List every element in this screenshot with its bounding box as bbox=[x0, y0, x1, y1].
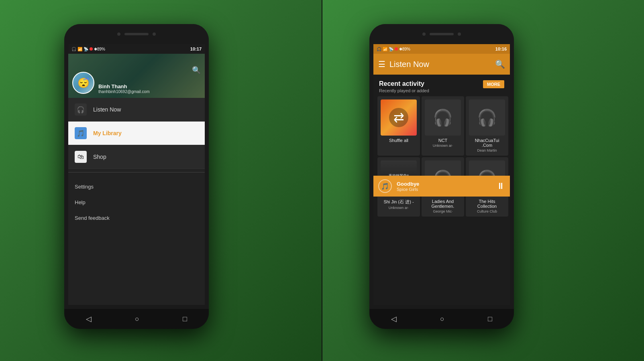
grid-sublabel-ladies: George Mic· bbox=[433, 209, 452, 213]
right-home-button[interactable]: ○ bbox=[440, 315, 444, 323]
feedback-item[interactable]: Send feedback bbox=[68, 210, 205, 226]
grid-label-shijin: Shi Jin (石 进) - bbox=[383, 199, 414, 205]
my-library-label: My Library bbox=[93, 130, 122, 136]
wifi-icon: 📶 bbox=[77, 47, 82, 51]
headphone-art-icon-2: 🎧 bbox=[477, 108, 497, 127]
recents-button[interactable]: □ bbox=[183, 315, 187, 323]
shop-icon: 🛍 bbox=[75, 151, 87, 163]
speaker-grille bbox=[124, 33, 149, 35]
recent-title: Recent activity bbox=[379, 80, 429, 87]
shuffle-icon: ⇄ bbox=[389, 108, 408, 127]
sidebar-item-listen-now[interactable]: 🎧 Listen Now bbox=[68, 98, 205, 122]
right-battery: 89% bbox=[402, 47, 410, 51]
avatar: 😴 bbox=[72, 72, 94, 94]
sidebar-item-my-library[interactable]: 🎵 My Library bbox=[68, 122, 205, 145]
grid-sublabel-shijin: Unknown ar· bbox=[389, 206, 409, 210]
more-button[interactable]: MORE bbox=[483, 80, 504, 88]
user-header: 🔍 😴 Binh Thanh thanhbinh10692@gmail.com bbox=[68, 54, 205, 98]
headphone-art-icon: 🎧 bbox=[433, 108, 453, 127]
left-nav-bar: ◁ ○ □ bbox=[64, 309, 209, 329]
search-icon[interactable]: 🔍 bbox=[192, 66, 201, 75]
listen-now-label: Listen Now bbox=[93, 106, 121, 113]
nct-art: 🎧 bbox=[425, 99, 461, 136]
battery-percent-left: 89% bbox=[97, 47, 105, 51]
right-phone-top bbox=[369, 24, 514, 44]
camera-dot-2 bbox=[153, 32, 156, 36]
right-camera-dot-2 bbox=[458, 32, 461, 36]
recent-text-block: Recent activity Recently played or added bbox=[379, 80, 429, 93]
right-back-button[interactable]: ◁ bbox=[391, 314, 397, 323]
topbar-title: Listen Now bbox=[389, 60, 491, 69]
list-item[interactable]: ⋮ 🎧 NhacCuaTui .Com Dean Martin bbox=[466, 96, 508, 156]
left-phone: 🎧 📶 📡 ✱ 89% 10:17 🔍 😴 Binh Thanh thanhbi… bbox=[64, 24, 209, 329]
bluetooth-icon: ✱ bbox=[94, 47, 97, 51]
right-speaker-grille bbox=[430, 33, 454, 35]
red-dot-icon bbox=[90, 47, 93, 51]
grid-label-nhac: NhacCuaTui .Com bbox=[469, 138, 505, 148]
right-phone-screen: 🎧 📶 📡 ✱ 89% 10:16 ☰ Listen Now 🔍 Recent … bbox=[373, 44, 510, 305]
right-camera-dot bbox=[422, 32, 426, 36]
user-name: Binh Thanh bbox=[98, 83, 149, 89]
left-phone-screen: 🎧 📶 📡 ✱ 89% 10:17 🔍 😴 Binh Thanh thanhbi… bbox=[68, 44, 205, 305]
right-bluetooth-icon: ✱ bbox=[399, 47, 402, 51]
shuffle-art: ⇄ bbox=[381, 99, 417, 136]
right-headphone-icon: 🎧 bbox=[377, 47, 381, 51]
grid-sublabel-hits: Culture Club bbox=[477, 209, 497, 213]
topbar-search-icon[interactable]: 🔍 bbox=[495, 59, 505, 69]
library-icon: 🎵 bbox=[75, 127, 87, 139]
right-signal-icon: 📡 bbox=[389, 47, 393, 51]
grid-sublabel-nct: Unknown ar· bbox=[433, 144, 453, 148]
headphone-icon: 🎧 bbox=[75, 103, 87, 116]
hamburger-icon[interactable]: ☰ bbox=[378, 59, 385, 69]
status-icons-left: 🎧 📶 📡 ✱ bbox=[71, 47, 97, 51]
grid-label-hits: The Hits Collection bbox=[469, 199, 505, 209]
user-email: thanhbinh10692@gmail.com bbox=[98, 89, 149, 94]
right-nav-bar: ◁ ○ □ bbox=[369, 309, 514, 329]
right-red-dot bbox=[395, 47, 398, 51]
menu-divider bbox=[68, 172, 205, 172]
menu-section: 🎧 Listen Now 🎵 My Library 🛍 Shop bbox=[68, 98, 205, 169]
now-playing-title: Goodbye bbox=[397, 181, 491, 187]
right-time: 10:16 bbox=[495, 47, 507, 51]
user-info: 😴 Binh Thanh thanhbinh10692@gmail.com bbox=[72, 72, 149, 94]
grid-sublabel-nhac: Dean Martin bbox=[477, 148, 497, 152]
right-status-icons-left: 🎧 📶 📡 ✱ bbox=[377, 47, 402, 51]
right-phone: 🎧 📶 📡 ✱ 89% 10:16 ☰ Listen Now 🔍 Recent … bbox=[369, 24, 514, 329]
recent-subtitle: Recently played or added bbox=[379, 88, 429, 93]
recent-activity-header: Recent activity Recently played or added… bbox=[373, 75, 510, 96]
right-status-bar: 🎧 📶 📡 ✱ 89% 10:16 bbox=[373, 44, 510, 54]
right-topbar: ☰ Listen Now 🔍 bbox=[373, 54, 510, 75]
home-button[interactable]: ○ bbox=[135, 315, 139, 323]
nhac-art: 🎧 bbox=[469, 99, 505, 136]
help-item[interactable]: Help bbox=[68, 195, 205, 210]
grid-label-shuffle: Shuffle all bbox=[389, 138, 408, 143]
now-playing-album-icon: 🎵 bbox=[378, 179, 392, 193]
list-item[interactable]: ⇄ Shuffle all bbox=[377, 96, 420, 156]
now-playing-text: Goodbye Spice Girls bbox=[397, 181, 491, 192]
grid-label-ladies: Ladies And Gentlemen. bbox=[425, 199, 461, 209]
left-status-bar: 🎧 📶 📡 ✱ 89% 10:17 bbox=[68, 44, 205, 54]
shop-label: Shop bbox=[93, 154, 106, 160]
time-left: 10:17 bbox=[190, 47, 202, 51]
right-wifi-icon: 📶 bbox=[383, 47, 387, 51]
settings-section: Settings Help Send feedback bbox=[68, 176, 205, 229]
back-button[interactable]: ◁ bbox=[86, 314, 92, 323]
settings-item[interactable]: Settings bbox=[68, 179, 205, 195]
left-phone-top bbox=[64, 24, 209, 44]
right-recents-button[interactable]: □ bbox=[488, 315, 492, 323]
user-text-block: Binh Thanh thanhbinh10692@gmail.com bbox=[98, 83, 149, 94]
list-item[interactable]: ⋮ 🎧 NCT Unknown ar· bbox=[422, 96, 464, 156]
signal-icon: 📡 bbox=[84, 47, 88, 51]
grid-label-nct: NCT bbox=[438, 138, 448, 143]
now-playing-artist: Spice Girls bbox=[397, 187, 491, 192]
pause-button[interactable]: ⏸ bbox=[496, 181, 505, 191]
now-playing-bar[interactable]: 🎵 Goodbye Spice Girls ⏸ bbox=[373, 176, 510, 197]
right-content: Recent activity Recently played or added… bbox=[373, 75, 510, 217]
camera-dot bbox=[117, 32, 120, 36]
sidebar-item-shop[interactable]: 🛍 Shop bbox=[68, 145, 205, 169]
headphone-status-icon: 🎧 bbox=[71, 47, 76, 51]
recent-grid: ⇄ Shuffle all ⋮ 🎧 NCT Unknown ar· ⋮ bbox=[373, 96, 510, 217]
